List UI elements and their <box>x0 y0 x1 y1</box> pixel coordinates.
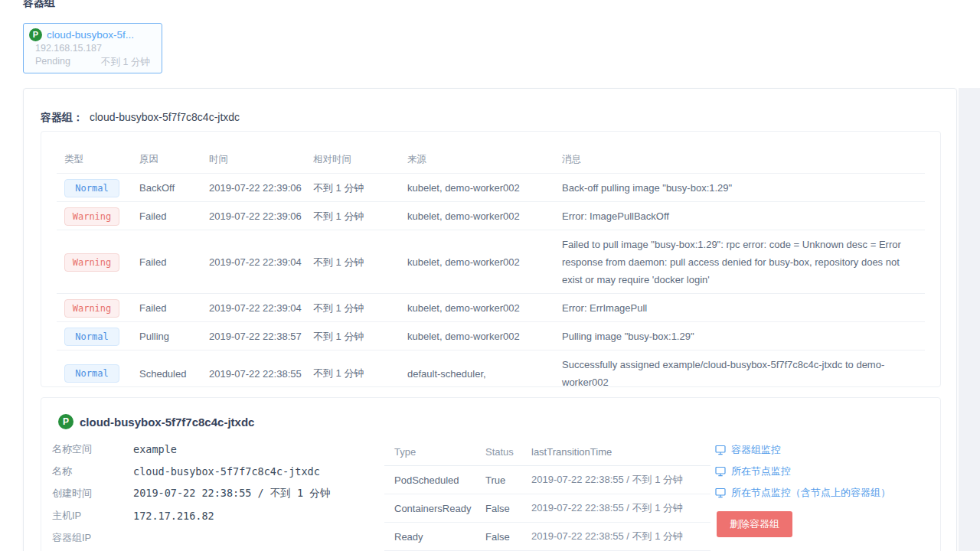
event-reason: BackOff <box>139 182 209 194</box>
event-message: Successfully assigned example/cloud-busy… <box>562 350 917 387</box>
pod-attributes-card: P cloud-busybox-5f7f7c8c4c-jtxdc 名称空间 ex… <box>41 397 941 551</box>
node-pods-monitor-link[interactable]: 所在节点监控（含节点上的容器组） <box>715 482 890 504</box>
conditions-header: Type Status lastTransitionTime <box>384 438 710 466</box>
event-reason: Failed <box>139 210 209 222</box>
event-time: 2019-07-22 22:39:06 <box>209 210 313 222</box>
header-message: 消息 <box>562 145 917 174</box>
event-time: 2019-07-22 22:39:06 <box>209 182 313 194</box>
event-source: kubelet, demo-worker002 <box>407 331 562 342</box>
monitor-icon <box>715 466 726 477</box>
pod-detail-panel: 容器组：cloud-busybox-5f7f7c8c4c-jtxdc 类型 原因… <box>23 88 957 551</box>
pod-detail-header: P cloud-busybox-5f7f7c8c4c-jtxdc <box>58 414 254 429</box>
event-time: 2019-07-22 22:38:57 <box>209 331 313 342</box>
attribute-label: 名称空间 <box>52 442 133 456</box>
event-reason: Pulling <box>139 331 209 342</box>
event-type-badge: Normal <box>64 328 119 346</box>
event-relative: 不到 1 分钟 <box>313 367 407 380</box>
header-reason: 原因 <box>139 153 209 166</box>
monitor-icon <box>715 445 726 455</box>
event-reason: Scheduled <box>139 368 209 380</box>
page-title: 容器组 <box>23 0 55 10</box>
pod-card-ip: 192.168.15.187 <box>35 43 150 54</box>
condition-time: 2019-07-22 22:38:55 / 不到 1 分钟 <box>531 473 710 487</box>
pod-card[interactable]: P cloud-busybox-5f... 192.168.15.187 Pen… <box>23 23 162 73</box>
attribute-row: 创建时间 2019-07-22 22:38:55 / 不到 1 分钟 <box>52 482 330 504</box>
condition-row: ContainersReady False 2019-07-22 22:38:5… <box>384 494 710 523</box>
event-message: Error: ErrImagePull <box>562 294 917 322</box>
header-status: Status <box>485 446 531 458</box>
header-time: 时间 <box>209 153 313 166</box>
pod-icon: P <box>58 414 74 429</box>
pod-detail-title: cloud-busybox-5f7f7c8c4c-jtxdc <box>80 416 254 429</box>
event-source: kubelet, demo-worker002 <box>407 256 562 268</box>
condition-type: ContainersReady <box>394 503 485 514</box>
events-panel-title-label: 容器组： <box>41 111 83 123</box>
attribute-label: 主机IP <box>52 509 133 523</box>
condition-status: False <box>485 503 531 514</box>
events-panel-title: 容器组：cloud-busybox-5f7f7c8c4c-jtxdc <box>41 111 240 125</box>
pod-monitor-label: 容器组监控 <box>731 443 781 457</box>
pod-icon: P <box>29 28 42 41</box>
pod-actions: 容器组监控 所在节点监控 <box>715 439 890 537</box>
event-time: 2019-07-22 22:39:04 <box>209 302 313 314</box>
event-type-badge: Warning <box>64 207 119 226</box>
event-row: Warning Failed 2019-07-22 22:39:06 不到 1 … <box>41 202 940 230</box>
events-panel-title-value: cloud-busybox-5f7f7c8c4c-jtxdc <box>90 111 240 123</box>
conditions-table: Type Status lastTransitionTime PodSchedu… <box>384 438 710 551</box>
event-source: kubelet, demo-worker002 <box>407 302 562 314</box>
condition-status: True <box>485 474 531 486</box>
header-source: 来源 <box>407 153 562 166</box>
attribute-row: 容器组IP <box>52 527 330 549</box>
pod-card-name-link[interactable]: cloud-busybox-5f... <box>47 29 134 41</box>
header-last-transition-time: lastTransitionTime <box>531 446 710 458</box>
event-type-badge: Normal <box>64 364 119 383</box>
event-relative: 不到 1 分钟 <box>313 302 407 315</box>
event-message: Pulling image "busy-box:1.29" <box>562 322 917 350</box>
delete-pod-button[interactable]: 删除容器组 <box>717 511 792 537</box>
monitor-icon <box>715 487 726 498</box>
attribute-value: 172.17.216.82 <box>133 510 214 522</box>
condition-type: PodScheduled <box>394 474 485 486</box>
attribute-label: 创建时间 <box>52 487 133 500</box>
condition-status: False <box>485 531 531 543</box>
event-relative: 不到 1 分钟 <box>313 181 407 195</box>
page: 容器组 P cloud-busybox-5f... 192.168.15.187… <box>0 0 980 551</box>
pod-monitor-link[interactable]: 容器组监控 <box>715 439 890 461</box>
event-time: 2019-07-22 22:39:04 <box>209 256 313 268</box>
events-table-card: 类型 原因 时间 相对时间 来源 消息 Normal BackOff 2019-… <box>41 131 941 387</box>
events-table: 类型 原因 时间 相对时间 来源 消息 Normal BackOff 2019-… <box>41 132 940 387</box>
attribute-row: 名称 cloud-busybox-5f7f7c8c4c-jtxdc <box>52 460 330 482</box>
event-row: Normal Pulling 2019-07-22 22:38:57 不到 1 … <box>41 322 940 350</box>
event-reason: Failed <box>139 256 209 268</box>
condition-time: 2019-07-22 22:38:55 / 不到 1 分钟 <box>531 530 710 543</box>
event-type-badge: Normal <box>64 179 119 197</box>
event-source: kubelet, demo-worker002 <box>407 210 562 222</box>
event-reason: Failed <box>139 302 209 314</box>
header-relative: 相对时间 <box>313 153 407 166</box>
scrollbar-track[interactable] <box>959 88 980 551</box>
pod-card-status: Pending <box>35 56 70 69</box>
condition-row: PodScheduled True 2019-07-22 22:38:55 / … <box>384 466 710 494</box>
event-row: Normal Scheduled 2019-07-22 22:38:55 不到 … <box>41 350 940 387</box>
event-relative: 不到 1 分钟 <box>313 256 407 269</box>
event-message: Error: ImagePullBackOff <box>562 202 917 230</box>
event-relative: 不到 1 分钟 <box>313 330 407 344</box>
event-type-badge: Warning <box>64 299 119 318</box>
event-source: kubelet, demo-worker002 <box>407 182 562 194</box>
pod-card-age: 不到 1 分钟 <box>101 56 150 69</box>
attribute-value: example <box>133 443 177 455</box>
node-monitor-link[interactable]: 所在节点监控 <box>715 461 890 482</box>
node-pods-monitor-label: 所在节点监控（含节点上的容器组） <box>731 486 890 500</box>
attribute-row: 主机IP 172.17.216.82 <box>52 504 330 527</box>
attribute-row: 名称空间 example <box>52 438 330 460</box>
attribute-value: cloud-busybox-5f7f7c8c4c-jtxdc <box>133 465 320 478</box>
condition-time: 2019-07-22 22:38:55 / 不到 1 分钟 <box>531 501 710 515</box>
header-type: Type <box>394 446 485 458</box>
attribute-label: 名称 <box>52 465 133 478</box>
header-type: 类型 <box>64 153 139 166</box>
event-time: 2019-07-22 22:38:55 <box>209 368 313 380</box>
attribute-value: 2019-07-22 22:38:55 / 不到 1 分钟 <box>133 487 330 500</box>
event-message: Back-off pulling image "busy-box:1.29" <box>562 174 917 202</box>
event-source: default-scheduler, <box>407 368 562 380</box>
pod-attributes-list: 名称空间 example 名称 cloud-busybox-5f7f7c8c4c… <box>52 438 330 549</box>
